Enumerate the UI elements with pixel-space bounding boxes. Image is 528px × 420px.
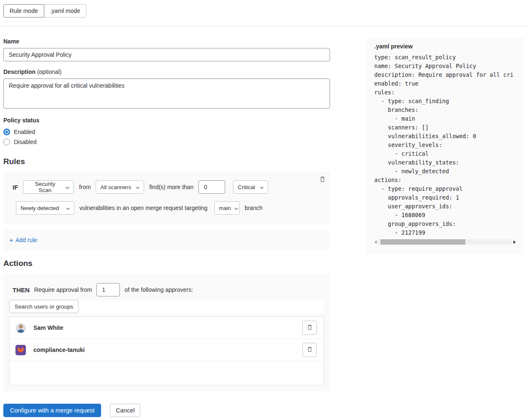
- vulnerabilities-allowed-input[interactable]: [198, 180, 225, 194]
- approvers-list: Sam White compliance: [9, 316, 324, 385]
- scrollbar-thumb[interactable]: [381, 239, 465, 245]
- actions-heading: Actions: [3, 259, 330, 268]
- approver-name: Sam White: [33, 324, 63, 331]
- approvals-required-input[interactable]: [96, 283, 120, 296]
- status-option-disabled[interactable]: Disabled: [3, 137, 330, 147]
- require-approval-label: Require approval from: [34, 286, 92, 293]
- add-rule-section: Add rule: [3, 230, 330, 250]
- trash-icon: [307, 324, 313, 332]
- scroll-right-arrow-icon[interactable]: [513, 240, 516, 244]
- add-rule-button[interactable]: Add rule: [9, 237, 37, 244]
- action-row: THEN Require approval from of the follow…: [13, 283, 324, 296]
- vulnerability-state-value: Newly detected: [20, 205, 59, 211]
- action-card: THEN Require approval from of the follow…: [3, 273, 330, 391]
- targeting-label: vulnerabilities in an open merge request…: [79, 205, 208, 211]
- policy-status-label: Policy status: [3, 117, 330, 124]
- description-textarea[interactable]: Require approval for all critical vulner…: [3, 78, 330, 109]
- severity-dropdown[interactable]: Critical: [233, 180, 268, 194]
- chevron-down-icon: [66, 205, 70, 211]
- form-footer: Configure with a merge request Cancel: [3, 404, 330, 417]
- radio-disabled-label: Disabled: [14, 139, 36, 145]
- user-avatar: [15, 323, 26, 333]
- trash-icon: [307, 346, 313, 354]
- approver-search-row: Search users or groups: [9, 300, 324, 313]
- policy-editor-page: Rule mode .yaml mode Name Description (o…: [0, 0, 528, 417]
- rules-heading: Rules: [3, 157, 330, 166]
- trash-icon: [319, 178, 326, 184]
- approver-name: compliance-tanuki: [33, 347, 85, 353]
- scroll-left-arrow-icon[interactable]: [374, 240, 377, 244]
- name-input[interactable]: [3, 48, 330, 61]
- finds-more-than-label: find(s) more than: [149, 184, 193, 190]
- yaml-code: type: scan_result_policy name: Security …: [374, 53, 516, 237]
- rule-card: IF Security Scan from All scanners find(…: [3, 172, 330, 224]
- approver-row-sam-white: Sam White: [10, 317, 324, 339]
- from-label: from: [79, 184, 91, 190]
- approver-row-compliance-tanuki: compliance-tanuki: [10, 339, 324, 361]
- approver-search-input[interactable]: Search users or groups: [9, 300, 79, 313]
- chevron-down-icon: [260, 184, 264, 190]
- scan-type-value: Security Scan: [28, 181, 62, 193]
- cancel-button[interactable]: Cancel: [110, 404, 140, 417]
- chevron-down-icon: [234, 205, 238, 211]
- severity-value: Critical: [238, 184, 255, 190]
- mode-toggle: Rule mode .yaml mode: [3, 4, 86, 18]
- horizontal-scrollbar[interactable]: [374, 239, 516, 245]
- vulnerability-state-dropdown[interactable]: Newly detected: [16, 201, 74, 215]
- radio-disabled[interactable]: [3, 139, 10, 145]
- top-divider: [0, 26, 528, 26]
- group-avatar: [15, 345, 26, 355]
- branch-label: branch: [245, 205, 263, 211]
- name-label: Name: [3, 38, 330, 45]
- branch-value: main: [219, 205, 231, 211]
- scrollbar-track[interactable]: [378, 239, 512, 245]
- remove-approver-button[interactable]: [302, 321, 317, 335]
- rule-condition-row-2: Newly detected vulnerabilities in an ope…: [16, 201, 324, 215]
- branch-dropdown[interactable]: main: [214, 201, 240, 215]
- yaml-mode-button[interactable]: .yaml mode: [44, 4, 86, 18]
- description-label: Description (optional): [3, 68, 330, 75]
- scanners-dropdown[interactable]: All scanners: [96, 180, 144, 194]
- yaml-preview-panel: .yaml preview type: scan_result_policy n…: [367, 38, 523, 255]
- policy-form: Name Description (optional) Require appr…: [3, 38, 330, 417]
- scan-type-dropdown[interactable]: Security Scan: [23, 180, 74, 194]
- delete-rule-button[interactable]: [318, 175, 327, 185]
- radio-enabled-label: Enabled: [14, 129, 35, 135]
- description-label-text: Description: [3, 68, 36, 75]
- chevron-down-icon: [136, 184, 140, 190]
- status-option-enabled[interactable]: Enabled: [3, 127, 330, 137]
- yaml-preview-title: .yaml preview: [374, 43, 516, 50]
- rule-condition-row-1: IF Security Scan from All scanners find(…: [13, 180, 324, 194]
- scanners-value: All scanners: [100, 184, 131, 190]
- configure-mr-button[interactable]: Configure with a merge request: [3, 404, 101, 417]
- add-rule-label: Add rule: [15, 237, 37, 243]
- if-keyword: IF: [13, 184, 18, 191]
- remove-approver-button[interactable]: [302, 343, 317, 357]
- plus-icon: [9, 237, 13, 244]
- radio-enabled[interactable]: [3, 129, 10, 135]
- tanuki-icon: [17, 346, 24, 354]
- then-keyword: THEN: [13, 286, 30, 293]
- rule-mode-button[interactable]: Rule mode: [3, 4, 44, 18]
- of-approvers-label: of the following approvers:: [124, 286, 193, 293]
- main-columns: Name Description (optional) Require appr…: [0, 38, 528, 417]
- optional-hint: (optional): [37, 68, 61, 75]
- chevron-down-icon: [66, 184, 69, 190]
